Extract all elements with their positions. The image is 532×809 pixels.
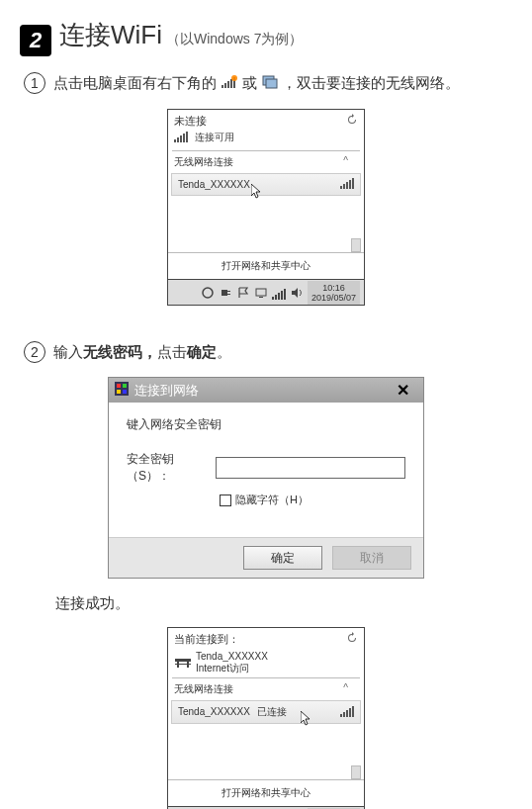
wifi-sub-label: 连接可用	[195, 132, 234, 142]
svg-rect-14	[343, 184, 345, 189]
chevron-up-icon[interactable]: ^	[343, 155, 348, 166]
svg-rect-12	[186, 132, 188, 142]
svg-rect-37	[175, 664, 191, 665]
taskbar-clock[interactable]: 10:16 2019/05/07	[308, 281, 360, 305]
hide-chars-label: 隐藏字符（H）	[235, 493, 309, 507]
svg-rect-31	[123, 384, 127, 388]
svg-rect-15	[346, 182, 348, 189]
bench-icon	[174, 656, 192, 672]
wifi2-section-label: 无线网络连接 ^	[168, 678, 364, 700]
tray-signal-icon[interactable]	[272, 286, 286, 300]
tray-power-icon[interactable]	[201, 286, 215, 300]
dialog-instruction: 键入网络安全密钥	[127, 416, 405, 433]
tray-monitor-icon[interactable]	[254, 286, 268, 300]
step-1: 1 点击电脑桌面有右下角的 或 ，双击要连接的无线网络。	[0, 62, 532, 101]
dialog-title: 连接到网络	[134, 382, 199, 400]
wifi2-item-tenda[interactable]: Tenda_XXXXXX 已连接	[171, 700, 361, 724]
wifi2-list: Tenda_XXXXXX 已连接	[168, 700, 364, 779]
section-subtitle: （以Windows 7为例）	[166, 31, 303, 48]
step1-text-mid: 或	[242, 74, 257, 91]
scroll-down-button[interactable]	[351, 765, 361, 779]
svg-rect-3	[230, 79, 232, 88]
svg-rect-19	[222, 290, 227, 296]
svg-rect-25	[275, 295, 277, 300]
monitor-icon	[262, 73, 278, 95]
svg-rect-26	[278, 293, 280, 300]
svg-rect-8	[174, 139, 176, 142]
step-2-text: 输入无线密码，点击确定。	[53, 341, 231, 363]
chevron-up-icon[interactable]: ^	[343, 682, 348, 693]
wifi2-status-label: 当前连接到：	[174, 632, 239, 647]
svg-rect-39	[343, 712, 345, 717]
dialog-close-button[interactable]: ✕	[389, 381, 417, 400]
step-1-text: 点击电脑桌面有右下角的 或 ，双击要连接的无线网络。	[53, 72, 460, 95]
svg-point-5	[231, 75, 237, 81]
svg-rect-34	[175, 659, 191, 662]
dialog-app-icon	[115, 382, 129, 399]
svg-rect-40	[346, 710, 348, 717]
svg-rect-30	[117, 384, 121, 388]
svg-rect-17	[352, 178, 354, 189]
wifi-item-name: Tenda_XXXXXX	[178, 179, 250, 190]
svg-rect-41	[349, 708, 351, 717]
wifi2-item-name: Tenda_XXXXXX	[178, 706, 250, 717]
svg-rect-32	[117, 390, 121, 394]
wifi-list: Tenda_XXXXXX	[168, 173, 364, 252]
svg-rect-16	[349, 180, 351, 189]
scroll-down-button[interactable]	[351, 238, 361, 252]
tray-volume-icon[interactable]	[290, 286, 304, 300]
wifi-footer-link[interactable]: 打开网络和共享中心	[168, 252, 364, 279]
cursor-icon	[251, 184, 263, 200]
cancel-button: 取消	[332, 546, 411, 570]
wifi2-access: Internet访问	[196, 662, 268, 675]
signal-full-icon	[340, 178, 354, 191]
svg-rect-13	[340, 186, 342, 189]
wifi2-footer-link[interactable]: 打开网络和共享中心	[168, 779, 364, 806]
svg-rect-1	[224, 83, 226, 88]
cursor-icon	[301, 711, 312, 727]
wifi-item-tenda[interactable]: Tenda_XXXXXX	[171, 173, 361, 196]
svg-rect-21	[227, 294, 230, 295]
wifi-popup-1: 未连接 连接可用 无线网络连接 ^	[167, 109, 365, 280]
section-number-badge: 2	[20, 25, 51, 56]
section-header: 2 连接WiFi （以Windows 7为例）	[0, 0, 532, 62]
hide-chars-checkbox[interactable]: 隐藏字符（H）	[220, 493, 405, 507]
security-key-input[interactable]	[216, 457, 405, 479]
signal-small-icon	[174, 132, 188, 144]
svg-rect-42	[352, 706, 354, 717]
step-2: 2 输入无线密码，点击确定。	[0, 331, 532, 369]
wifi-section-label: 无线网络连接 ^	[168, 151, 364, 173]
wifi-status-label: 未连接	[174, 114, 207, 129]
section-title: 连接WiFi	[59, 18, 162, 52]
ok-button[interactable]: 确定	[243, 546, 322, 570]
svg-rect-11	[183, 134, 185, 142]
wifi-header: 未连接	[168, 110, 364, 131]
refresh-icon[interactable]	[346, 114, 358, 129]
svg-rect-20	[227, 291, 230, 292]
checkbox-icon	[220, 494, 231, 506]
svg-rect-23	[259, 297, 263, 298]
svg-rect-0	[222, 85, 223, 88]
svg-point-18	[203, 288, 213, 298]
wifi-sub-row: 连接可用	[168, 131, 364, 150]
wifi2-connected-row: Tenda_XXXXXX Internet访问	[168, 649, 364, 677]
wifi2-header: 当前连接到：	[168, 628, 364, 649]
wifi2-item-status: 已连接	[257, 706, 287, 717]
svg-rect-10	[180, 135, 182, 142]
svg-rect-33	[123, 390, 127, 394]
step1-text-after: ，双击要连接的无线网络。	[282, 74, 460, 91]
dialog-titlebar: 连接到网络 ✕	[109, 378, 423, 403]
svg-rect-7	[266, 79, 277, 88]
refresh-icon[interactable]	[346, 632, 358, 647]
wifi-popup-2: 当前连接到： Tenda_XXXXXX Internet访问 无线网络连接	[167, 627, 365, 807]
signal-full-icon	[340, 706, 354, 719]
svg-rect-38	[340, 714, 342, 717]
taskbar-time: 10:16	[311, 283, 356, 293]
tray-plug-icon[interactable]	[219, 286, 232, 300]
svg-rect-2	[227, 81, 229, 88]
tray-flag-icon[interactable]	[236, 286, 250, 300]
svg-rect-27	[281, 291, 283, 300]
connect-dialog: 连接到网络 ✕ 键入网络安全密钥 安全密钥（S）： 隐藏字符（H） 确定 取消	[108, 377, 424, 579]
success-label: 连接成功。	[0, 579, 532, 619]
step-number-2: 2	[24, 341, 45, 363]
